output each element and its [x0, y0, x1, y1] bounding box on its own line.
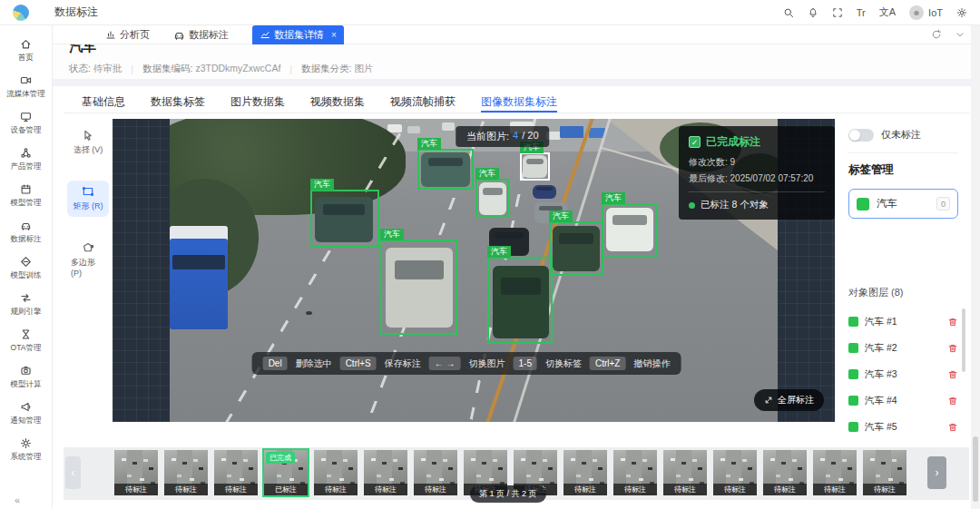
sidebar-item-产品管理[interactable]: 产品管理: [0, 142, 52, 178]
label-card-car[interactable]: 汽车 0: [848, 189, 958, 219]
thumbnail-1[interactable]: 已完成待标注: [114, 450, 158, 495]
unlabeled-only-toggle[interactable]: [848, 129, 874, 142]
detail-tab-视频数据集[interactable]: 视频数据集: [310, 94, 365, 113]
divider: |: [289, 64, 292, 74]
bounding-box-2[interactable]: 汽车: [380, 240, 457, 335]
thumbnail-3[interactable]: 已完成待标注: [214, 450, 258, 495]
thumbnail-11[interactable]: 已完成待标注: [613, 450, 657, 495]
bounding-box-8[interactable]: 汽车: [602, 203, 657, 257]
dataset-detail-card: 基础信息数据集标签图片数据集视频数据集视频流帧捕获图像数据集标注 选择 (V)矩…: [64, 86, 969, 500]
delete-layer-icon[interactable]: [947, 317, 958, 328]
dataset-meta: 状态: 待审批 | 数据集编码: z3TDDkmyZxwcCAf | 数据集分类…: [69, 63, 980, 75]
search-icon[interactable]: [783, 7, 794, 18]
delete-layer-icon[interactable]: [947, 396, 958, 406]
bounding-box-3[interactable]: 汽车: [417, 149, 474, 190]
bounding-box-6[interactable]: 汽车: [549, 221, 603, 276]
current-image-label: 当前图片:: [466, 130, 509, 143]
detail-tab-视频流帧捕获[interactable]: 视频流帧捕获: [390, 94, 456, 113]
sidebar-item-模型计算[interactable]: 模型计算: [0, 359, 52, 396]
fullscreen-annotate-button[interactable]: 全屏标注: [754, 389, 824, 411]
layer-row-3[interactable]: 汽车 #3: [848, 361, 958, 387]
thumbnail-7[interactable]: 已完成待标注: [414, 450, 457, 495]
current-image-index: 4: [513, 130, 518, 143]
chevron-down-icon[interactable]: [955, 29, 965, 40]
page-scrollbar-thumb[interactable]: [973, 436, 978, 502]
tab-label: 数据集详情: [274, 28, 324, 42]
thumbnail-14[interactable]: 已完成待标注: [763, 450, 807, 495]
tab-数据集详情[interactable]: 数据集详情×: [252, 25, 344, 44]
thumb-cars: [770, 458, 775, 461]
detail-tab-图片数据集[interactable]: 图片数据集: [230, 94, 285, 113]
delete-layer-icon[interactable]: [947, 343, 958, 354]
layer-row-4[interactable]: 汽车 #4: [848, 387, 958, 414]
thumbnail-16[interactable]: 已完成待标注: [863, 450, 906, 495]
current-image-total: / 20: [522, 130, 538, 143]
sidebar-item-设备管理[interactable]: 设备管理: [0, 105, 52, 142]
filmstrip-next-button[interactable]: ›: [927, 456, 946, 489]
font-size-icon[interactable]: Tr: [857, 7, 866, 18]
delete-layer-icon[interactable]: [947, 422, 958, 433]
detail-tab-基础信息[interactable]: 基础信息: [82, 94, 125, 113]
fullscreen-icon[interactable]: [832, 7, 843, 18]
sidebar-item-label: OTA管理: [11, 343, 42, 354]
thumbnail-15[interactable]: 已完成待标注: [813, 450, 857, 495]
thumbnail-12[interactable]: 已完成待标注: [663, 450, 707, 495]
thumb-status-label: 待标注: [414, 484, 457, 495]
list-scrollbar[interactable]: [962, 308, 965, 372]
label-color-swatch: [857, 198, 869, 210]
bounding-box-7[interactable]: 汽车: [487, 257, 553, 344]
code-label: 数据集编码:: [142, 63, 192, 73]
thumbnail-10[interactable]: 已完成待标注: [564, 450, 607, 495]
bounding-box-4[interactable]: 汽车: [475, 179, 509, 217]
thumb-cars: [221, 458, 226, 461]
thumbnail-4[interactable]: 已完成已标注: [264, 450, 308, 495]
sidebar-item-首页[interactable]: 首页: [0, 33, 52, 69]
settings-icon[interactable]: [956, 7, 967, 18]
thumbnail-2[interactable]: 已完成待标注: [164, 450, 208, 495]
detail-tab-图像数据集标注[interactable]: 图像数据集标注: [481, 94, 557, 113]
tool-多边形 (P)[interactable]: 多边形 (P): [67, 237, 109, 282]
camera-icon: [20, 365, 32, 377]
user-menu[interactable]: ☻ IoT: [909, 5, 943, 20]
sidebar-item-数据标注[interactable]: 数据标注: [0, 214, 52, 250]
layer-row-5[interactable]: 汽车 #5: [848, 414, 958, 440]
bell-icon[interactable]: [808, 7, 818, 18]
refresh-icon[interactable]: [931, 29, 942, 40]
sidebar-collapse-button[interactable]: «: [15, 494, 20, 505]
annotation-canvas[interactable]: 汽车汽车汽车汽车汽车汽车汽车汽车 当前图片: 4 / 20 ✓ 已完成标注 修改…: [113, 119, 835, 422]
translate-icon[interactable]: 文A: [879, 5, 896, 19]
sidebar-item-流媒体管理[interactable]: 流媒体管理: [0, 69, 52, 105]
sidebar-item-通知管理[interactable]: 通知管理: [0, 396, 52, 432]
delete-layer-icon[interactable]: [947, 369, 958, 380]
status-label: 状态:: [69, 63, 91, 73]
sidebar-item-模型管理[interactable]: 模型管理: [0, 178, 52, 214]
thumb-status-label: 已标注: [264, 484, 308, 495]
unlabeled-only-label: 仅未标注: [881, 128, 921, 142]
filmstrip-prev-button[interactable]: ‹: [65, 456, 81, 489]
tool-矩形 (R)[interactable]: 矩形 (R): [67, 181, 109, 217]
thumbnail-5[interactable]: 已完成待标注: [314, 450, 358, 495]
tab-数据标注[interactable]: 数据标注: [173, 28, 229, 42]
bounding-box-5[interactable]: 汽车: [520, 152, 550, 181]
sidebar-item-规则引擎[interactable]: 规则引擎: [0, 287, 52, 323]
sidebar-item-OTA管理[interactable]: OTA管理: [0, 323, 52, 359]
tab-close-icon[interactable]: ×: [331, 30, 337, 40]
detail-tab-数据集标签[interactable]: 数据集标签: [151, 94, 205, 113]
labeled-object-count: 已标注 8 个对象: [701, 199, 769, 211]
sidebar-item-系统管理[interactable]: 系统管理: [0, 432, 52, 468]
layer-row-2[interactable]: 汽车 #2: [848, 335, 958, 361]
layer-color-swatch: [848, 343, 858, 353]
thumb-status-label: 待标注: [364, 484, 407, 495]
sidebar-item-label: 产品管理: [11, 162, 42, 172]
sidebar-item-模型训练[interactable]: 模型训练: [0, 250, 52, 287]
tab-分析页[interactable]: 分析页: [105, 28, 150, 42]
shortcut-bar: Del删除选中Ctrl+S保存标注← →切换图片1-5切换标签Ctrl+Z撤销操…: [252, 352, 681, 375]
thumb-cars: [471, 458, 475, 461]
thumbnail-13[interactable]: 已完成待标注: [713, 450, 757, 495]
thumbnail-6[interactable]: 已完成待标注: [364, 450, 407, 495]
bounding-box-1[interactable]: 汽车: [310, 190, 379, 248]
device-icon: [20, 111, 32, 122]
page-scrollbar[interactable]: [971, 25, 980, 509]
tool-选择 (V)[interactable]: 选择 (V): [67, 124, 109, 161]
layer-row-1[interactable]: 汽车 #1: [848, 308, 958, 335]
